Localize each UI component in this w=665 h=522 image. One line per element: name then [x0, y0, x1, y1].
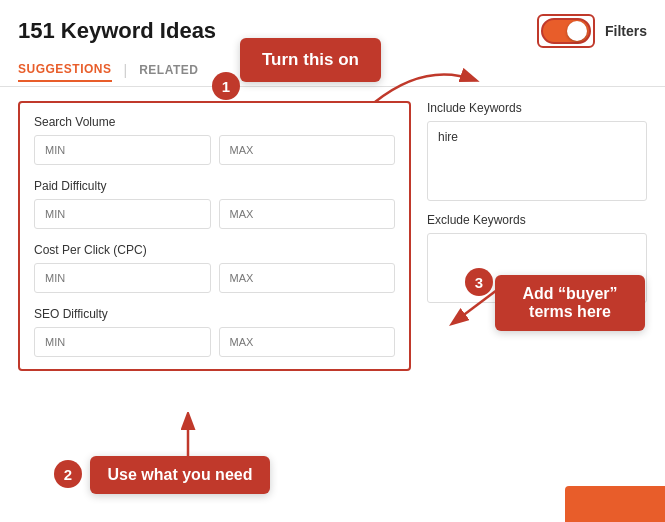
badge-1: 1: [212, 72, 240, 100]
paid-difficulty-min[interactable]: [34, 199, 211, 229]
search-volume-label: Search Volume: [34, 115, 395, 129]
seo-difficulty-label: SEO Difficulty: [34, 307, 395, 321]
toggle-switch[interactable]: [541, 18, 591, 44]
cpc-section: Cost Per Click (CPC): [34, 243, 395, 293]
search-volume-max[interactable]: [219, 135, 396, 165]
tab-divider: |: [124, 62, 128, 78]
tab-related[interactable]: RELATED: [139, 59, 198, 81]
seo-difficulty-max[interactable]: [219, 327, 396, 357]
paid-difficulty-label: Paid Difficulty: [34, 179, 395, 193]
page-wrapper: 151 Keyword Ideas Filters SUGGESTIONS | …: [0, 0, 665, 522]
seo-difficulty-section: SEO Difficulty: [34, 307, 395, 357]
include-keywords-input[interactable]: hire: [427, 121, 647, 201]
search-volume-inputs: [34, 135, 395, 165]
exclude-keywords-label: Exclude Keywords: [427, 213, 647, 227]
arrow-2-icon: [158, 412, 218, 462]
bottom-bar: [565, 486, 665, 522]
paid-difficulty-max[interactable]: [219, 199, 396, 229]
badge-3: 3: [465, 268, 493, 296]
cpc-inputs: [34, 263, 395, 293]
main-content: Search Volume Paid Difficulty Cost Per C…: [0, 87, 665, 385]
include-keywords-section: Include Keywords hire: [427, 101, 647, 201]
paid-difficulty-section: Paid Difficulty: [34, 179, 395, 229]
search-volume-section: Search Volume: [34, 115, 395, 165]
cpc-max[interactable]: [219, 263, 396, 293]
cpc-label: Cost Per Click (CPC): [34, 243, 395, 257]
filters-area: Filters: [537, 14, 647, 48]
seo-difficulty-min[interactable]: [34, 327, 211, 357]
page-title: 151 Keyword Ideas: [18, 18, 216, 44]
filters-label: Filters: [605, 23, 647, 39]
seo-difficulty-inputs: [34, 327, 395, 357]
search-volume-min[interactable]: [34, 135, 211, 165]
toggle-knob: [567, 21, 587, 41]
arrow-1-icon: [365, 52, 485, 112]
toggle-wrapper: [537, 14, 595, 48]
tab-suggestions[interactable]: SUGGESTIONS: [18, 58, 112, 82]
cpc-min[interactable]: [34, 263, 211, 293]
filters-panel: Search Volume Paid Difficulty Cost Per C…: [18, 101, 411, 371]
paid-difficulty-inputs: [34, 199, 395, 229]
callout-1: Turn this on: [240, 38, 381, 82]
callout-3: Add “buyer” terms here: [495, 275, 645, 331]
badge-2: 2: [54, 460, 82, 488]
